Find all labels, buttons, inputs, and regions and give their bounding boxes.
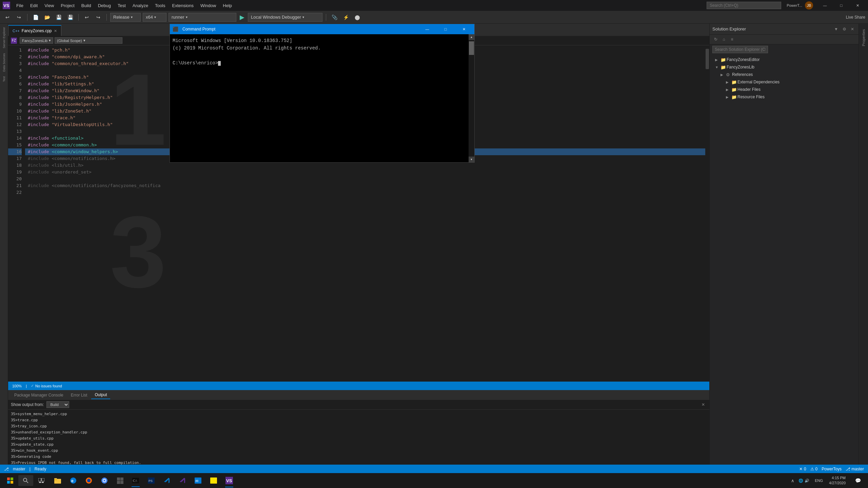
- sidebar-sync-button[interactable]: ↻: [712, 36, 719, 43]
- toolbar-save[interactable]: 💾: [54, 13, 63, 22]
- scope-dropdown[interactable]: (Global Scope) ▾: [55, 37, 122, 44]
- toolbar-attach[interactable]: 📎: [330, 13, 339, 22]
- tree-item-header-files[interactable]: ▶ 📁 Header Files: [710, 86, 859, 93]
- taskbar-firefox[interactable]: [81, 473, 96, 488]
- menu-edit[interactable]: Edit: [27, 2, 40, 9]
- taskbar-clock[interactable]: 4:15 PM 4/27/2020: [827, 475, 848, 486]
- tree-item-external-dependencies[interactable]: ▶ 📁 External Dependencies: [710, 78, 859, 86]
- notification-button[interactable]: 💬: [850, 473, 865, 488]
- cmd-scroll-thumb[interactable]: [469, 41, 474, 55]
- editor-scrollbar[interactable]: [705, 45, 709, 382]
- taskbar-task-view[interactable]: [34, 473, 49, 488]
- command-prompt-window[interactable]: ⬛ Command Prompt — □ ✕ Microsoft Windows…: [170, 24, 475, 163]
- toolbar-new-project[interactable]: 📄: [31, 13, 40, 22]
- cmd-maximize-button[interactable]: □: [438, 24, 453, 34]
- minimize-button[interactable]: —: [817, 0, 833, 11]
- editor-tab-fancyzones[interactable]: C++ FancyZones.cpp ✕: [8, 25, 61, 36]
- menu-build[interactable]: Build: [79, 2, 94, 9]
- taskbar-outlook[interactable]: ✉: [191, 473, 205, 488]
- toolbar-open[interactable]: 📂: [42, 13, 52, 22]
- tree-item-label: Resource Files: [737, 95, 765, 99]
- right-rail-tab[interactable]: Properties: [861, 26, 866, 49]
- sidebar-filter-button[interactable]: ≡: [729, 36, 735, 43]
- toolbar-redo[interactable]: ↪: [94, 13, 103, 22]
- output-filter-select[interactable]: Build Debug: [46, 401, 69, 408]
- cmd-minimize-button[interactable]: —: [419, 24, 435, 34]
- sidebar-close-button[interactable]: ✕: [849, 26, 856, 33]
- server-explorer-tab[interactable]: Server Explorer: [2, 25, 6, 50]
- test-explorer-tab[interactable]: Test: [2, 74, 6, 84]
- user-avatar[interactable]: JB: [805, 1, 813, 9]
- taskbar-vs2019[interactable]: VS: [222, 473, 237, 488]
- menu-search[interactable]: [707, 2, 781, 9]
- menu-tools[interactable]: Tools: [152, 2, 168, 9]
- vs-logo: VS: [3, 2, 10, 9]
- output-toolbar: ✕: [700, 401, 707, 408]
- data-sources-tab[interactable]: Data Sources: [2, 51, 6, 74]
- toolbar-save-all[interactable]: 💾: [65, 13, 75, 22]
- tab-error-list[interactable]: Error List: [67, 391, 91, 399]
- taskbar-powershell[interactable]: PS: [144, 473, 159, 488]
- tree-item-label: Header Files: [737, 87, 761, 92]
- debugger-dropdown[interactable]: Local Windows Debugger ▾: [248, 13, 322, 22]
- close-button[interactable]: ✕: [850, 0, 865, 11]
- menu-extensions[interactable]: Extensions: [169, 2, 196, 9]
- sidebar-settings-button[interactable]: ⚙: [841, 26, 848, 33]
- toolbar-undo[interactable]: ↩: [82, 13, 92, 22]
- sidebar-home-button[interactable]: ⌂: [721, 36, 727, 43]
- lang-indicator: ENG: [813, 479, 824, 483]
- project-dropdown[interactable]: FancyZonesLib ▾: [20, 37, 53, 44]
- sidebar-collapse-button[interactable]: ▼: [833, 26, 840, 33]
- cmd-scrollbar[interactable]: ▲ ▼: [469, 34, 474, 162]
- tab-close-button[interactable]: ✕: [54, 29, 57, 33]
- maximize-button[interactable]: □: [833, 0, 849, 11]
- menu-file[interactable]: File: [14, 2, 26, 9]
- menu-help[interactable]: Help: [220, 2, 235, 9]
- toolbar-perf[interactable]: ⚡: [341, 13, 351, 22]
- tree-item-references[interactable]: ▶ ⚙ References: [710, 71, 859, 78]
- taskbar-apps: e C:\: [50, 473, 237, 488]
- menu-view[interactable]: View: [42, 2, 57, 9]
- tab-output[interactable]: Output: [91, 391, 110, 399]
- menu-project[interactable]: Project: [58, 2, 77, 9]
- taskbar-sticky[interactable]: [206, 473, 221, 488]
- configuration-dropdown[interactable]: Release ▾: [110, 13, 141, 22]
- start-button[interactable]: [3, 473, 18, 488]
- svg-line-7: [26, 481, 28, 483]
- taskbar-chrome[interactable]: [97, 473, 112, 488]
- toolbar-back[interactable]: ↩: [3, 13, 12, 22]
- start-debugging-button[interactable]: ▶: [238, 14, 246, 21]
- cmd-scroll-down[interactable]: ▼: [469, 157, 474, 162]
- tree-item-fancyzones-editor[interactable]: ▶ 📁 FancyZonesEditor: [710, 56, 859, 63]
- cmd-scroll-up[interactable]: ▲: [469, 34, 474, 40]
- startup-project-dropdown[interactable]: runner ▾: [169, 13, 236, 22]
- cmd-content[interactable]: Microsoft Windows [Version 10.0.18363.75…: [170, 34, 474, 162]
- taskbar-start-menu[interactable]: [113, 473, 127, 488]
- cmd-icon: ⬛: [173, 26, 178, 32]
- toolbar-breakpt[interactable]: ⬤: [353, 13, 362, 22]
- live-share-button[interactable]: Live Share: [846, 15, 865, 20]
- output-line: 35>Previous IPDB not found, fall back to…: [11, 460, 707, 465]
- menu-debug[interactable]: Debug: [95, 2, 114, 9]
- tree-item-fancyzones-lib[interactable]: ▼ 📁 FancyZonesLib: [710, 63, 859, 71]
- tray-chevron[interactable]: ∧: [791, 478, 794, 483]
- menu-test[interactable]: Test: [115, 2, 129, 9]
- sidebar-title-controls: ▼ ⚙ ✕: [833, 26, 856, 33]
- taskbar-vscode2[interactable]: [175, 473, 190, 488]
- taskbar-file-explorer[interactable]: [50, 473, 65, 488]
- taskbar-cmd[interactable]: C:\: [128, 473, 143, 488]
- output-clear[interactable]: ✕: [700, 401, 707, 408]
- sidebar-search-input[interactable]: [712, 46, 768, 53]
- tab-package-manager[interactable]: Package Manager Console: [11, 391, 67, 399]
- taskbar-search-button[interactable]: [18, 475, 33, 486]
- toolbar-forward[interactable]: ↪: [14, 13, 24, 22]
- tree-item-resource-files[interactable]: ▶ 📁 Resource Files: [710, 93, 859, 101]
- menu-analyze[interactable]: Analyze: [130, 2, 151, 9]
- svg-rect-3: [11, 477, 13, 480]
- menu-window[interactable]: Window: [198, 2, 219, 9]
- taskbar-vscode[interactable]: [159, 473, 174, 488]
- taskbar-edge[interactable]: e: [66, 473, 81, 488]
- platform-dropdown[interactable]: x64 ▾: [143, 13, 166, 22]
- svg-text:✉: ✉: [195, 479, 198, 483]
- cmd-close-button[interactable]: ✕: [456, 24, 472, 34]
